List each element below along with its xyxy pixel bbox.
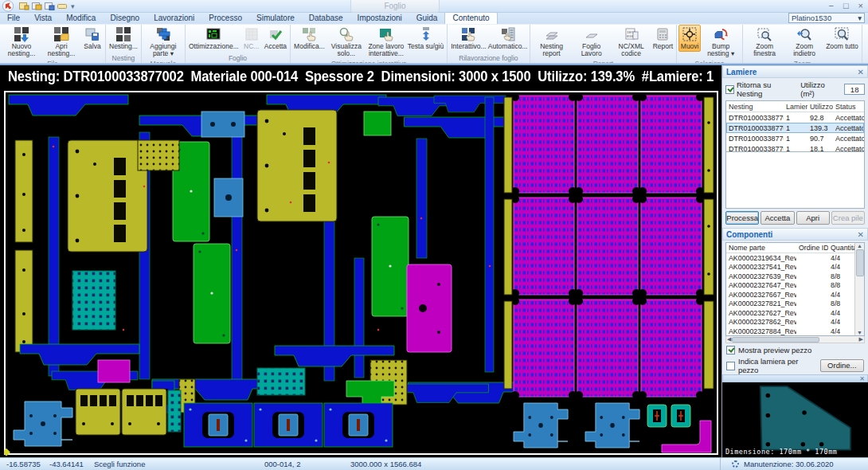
vertical-scrollbar[interactable]: ▲ ▼ — [854, 243, 864, 335]
utilizzo-value[interactable]: 18 — [844, 84, 865, 95]
view-only-button[interactable]: Visualizza solo... — [326, 25, 366, 59]
tab-impostazioni[interactable]: Impostazioni — [350, 13, 409, 24]
accept-check-icon — [268, 26, 283, 42]
tab-contenuto[interactable]: Contenuto — [444, 12, 497, 24]
optimization-icon — [205, 26, 221, 42]
lamiere-panel: Lamiere ✕ Ritorna su Nesting Utilizzo (m… — [722, 65, 868, 228]
crea-pile-button[interactable]: Crea pile — [831, 211, 865, 225]
list-item[interactable]: AK00002327821_Rev.A8/8 — [726, 300, 864, 309]
close-button[interactable]: × — [858, 1, 863, 11]
automatic-icon — [500, 26, 516, 42]
apri-button[interactable]: Apri — [796, 211, 830, 225]
nesting-button[interactable]: Nesting... — [108, 25, 139, 52]
tab-vista[interactable]: Vista — [27, 13, 59, 24]
nc-button[interactable]: NC... — [240, 25, 263, 52]
zoom-window-button[interactable]: Zoom finestra — [745, 25, 784, 59]
nesting-icon — [115, 26, 131, 42]
optimization-button[interactable]: Ottimizzazione... — [187, 25, 240, 52]
work-zones-icon — [378, 26, 394, 42]
interactive-button[interactable]: Interattivo... — [449, 25, 487, 52]
tab-lavorazioni[interactable]: Lavorazioni — [147, 13, 201, 24]
qat-save-icon[interactable] — [45, 2, 55, 10]
tab-processo[interactable]: Processo — [201, 13, 249, 24]
nc-xml-button[interactable]: 10100101 NC/XML codice — [612, 25, 651, 59]
chevron-down-icon: ▾ — [858, 14, 862, 22]
ritorna-su-nesting-checkbox[interactable] — [725, 85, 734, 94]
list-item[interactable]: AK00002327627_Rev.A4/4 — [726, 308, 864, 318]
accetta-button[interactable]: Accetta — [760, 211, 794, 225]
table-row[interactable]: DTR0100033877004 1 18.1 Accettato — [726, 143, 864, 152]
table-row[interactable]: DTR0100033877001 1 92.8 Accettato — [726, 112, 864, 123]
tab-database[interactable]: Database — [302, 13, 350, 24]
zoom-back-button[interactable]: Zoom indietro — [784, 25, 824, 59]
accept-button[interactable]: Accetta — [263, 25, 288, 52]
col-ordine-id[interactable]: Ordine ID — [796, 244, 828, 252]
automatic-button[interactable]: Automatico... — [488, 25, 528, 52]
processa-button[interactable]: Processa — [725, 211, 759, 225]
work-zones-button[interactable]: Zone lavoro interattive... — [366, 25, 406, 59]
nesting-sheet-drawing[interactable] — [4, 91, 718, 456]
qat-copy-icon[interactable] — [32, 2, 42, 10]
save-button[interactable]: Salva — [81, 25, 104, 52]
scroll-down-icon[interactable]: ▼ — [857, 330, 862, 335]
close-icon[interactable]: ✕ — [858, 230, 864, 239]
list-item[interactable]: AK00002327647_Rev.C8/8 — [726, 281, 864, 291]
ordine-button[interactable]: Ordine... — [820, 359, 864, 372]
qat-new-icon[interactable] — [19, 2, 29, 10]
nesting-canvas[interactable]: Nesting: DTR0100033877002 Materiale 000-… — [0, 65, 721, 457]
col-lamiere[interactable]: Lamiere — [784, 103, 807, 111]
maximize-button[interactable]: □ — [843, 1, 849, 11]
head-updown-button[interactable]: Testa su/giù — [406, 25, 445, 52]
tab-simulatore[interactable]: Simulatore — [249, 13, 302, 24]
tab-modifica[interactable]: Modifica — [59, 13, 103, 24]
horizontal-scrollbar[interactable]: ◀ ▶ — [725, 336, 865, 343]
list-item[interactable]: AK00002327639_Rev.A8/8 — [726, 272, 864, 281]
worksheet-button[interactable]: Foglio Lavoro — [572, 25, 612, 59]
bump-nesting-button[interactable]: Bump nesting ▾ — [701, 25, 741, 59]
tab-guida[interactable]: Guida — [409, 13, 445, 24]
componenti-table: Nome parte Ordine ID Quantità/Ord AK0000… — [725, 242, 865, 336]
list-item[interactable]: AK00002327884_Rev.A4/4 — [726, 327, 864, 336]
col-status[interactable]: Status — [833, 103, 864, 111]
lamiere-table-header[interactable]: Nesting Lamiere Utilizzo... Status — [726, 101, 864, 112]
nesting-report-button[interactable]: Nesting report — [532, 25, 572, 59]
zoom-all-button[interactable]: Zoom tutto — [824, 25, 860, 52]
col-nome-parte[interactable]: Nome parte — [726, 244, 796, 252]
lamiere-table-empty-area — [725, 152, 865, 209]
scroll-right-icon[interactable]: ▶ — [859, 336, 863, 343]
list-item[interactable]: AK00002319634_Rev.A4/4 — [726, 253, 864, 263]
list-item[interactable]: AK00002327862_Rev.A4/4 — [726, 318, 864, 327]
col-utilizzo[interactable]: Utilizzo... — [807, 103, 833, 111]
col-nesting[interactable]: Nesting — [726, 103, 784, 111]
list-item[interactable]: AK00002327541_Rev.A4/4 — [726, 263, 864, 272]
list-item[interactable]: AK00002327667_Rev.B4/4 — [726, 290, 864, 300]
scroll-left-icon[interactable]: ◀ — [727, 336, 731, 343]
new-nesting-button[interactable]: Nuovo nesting... — [2, 25, 41, 59]
window-title: Foglio — [350, 0, 440, 13]
report-button[interactable]: Report — [651, 25, 675, 52]
preview-panel: ✕ Dimensione: 170mm * 170mm — [722, 374, 868, 457]
app-logo-icon[interactable] — [2, 0, 14, 12]
ribbon-group-zoom: Zoom finestra Zoom indietro Zoom tutto Z… — [743, 25, 862, 63]
edit-button[interactable]: Modifica... — [292, 25, 326, 52]
minimize-button[interactable]: − — [828, 1, 833, 11]
table-row-selected[interactable]: DTR0100033877002 1 139.3 Accettato — [726, 123, 864, 133]
open-nesting-button[interactable]: Apri nesting... — [41, 25, 81, 59]
tab-disegno[interactable]: Disegno — [103, 13, 147, 24]
mostra-preview-checkbox[interactable] — [726, 346, 735, 354]
qat-nc-icon[interactable] — [57, 2, 67, 10]
scroll-up-icon[interactable]: ▲ — [857, 243, 862, 249]
tab-file[interactable]: File — [0, 13, 27, 24]
componenti-table-header[interactable]: Nome parte Ordine ID Quantità/Ord — [726, 243, 864, 253]
scroll-thumb[interactable] — [732, 337, 819, 343]
machine-selector[interactable]: Platino1530 ▾ — [788, 13, 865, 23]
close-icon[interactable]: ✕ — [858, 68, 864, 76]
table-row[interactable]: DTR0100033877003 1 90.7 Accettato — [726, 133, 864, 143]
close-icon[interactable]: ✕ — [859, 375, 865, 382]
scroll-thumb[interactable] — [856, 249, 864, 276]
ritorna-su-nesting-label: Ritorna su Nesting — [737, 80, 798, 98]
qat-customize-icon[interactable]: ▾ — [71, 2, 75, 10]
add-part-button[interactable]: Aggiungi parte ▾ — [143, 25, 183, 59]
indica-lamiera-checkbox[interactable] — [726, 362, 735, 370]
move-button[interactable]: Muovi — [678, 25, 701, 52]
